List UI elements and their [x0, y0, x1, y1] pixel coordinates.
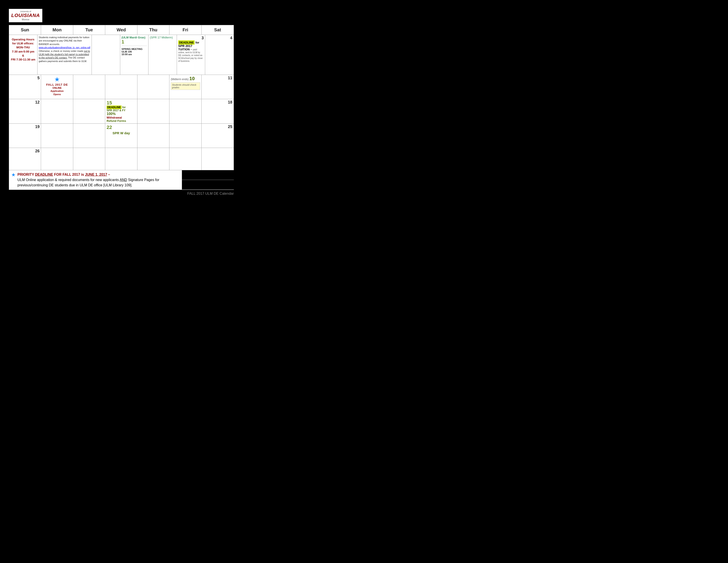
week4-sat: 25: [202, 124, 234, 148]
week2-fri: (Midterm ends) 10 Students should check …: [169, 75, 201, 99]
page-wrapper: University of LOUISIANA Monroe Sun Mon T…: [4, 4, 238, 200]
mon-note-text2: Otherwise, a check or money order made o…: [39, 50, 90, 62]
week4-fri: [169, 124, 201, 148]
header-sun: Sun: [9, 25, 41, 35]
footer-dash: –: [107, 173, 110, 176]
sun-day-12: 12: [10, 100, 39, 105]
footer-lines-right: [182, 170, 234, 190]
week5-thu: [137, 148, 169, 170]
mon-link[interactable]: www.ulm.edu/dualenrollment/how_to_pay_on…: [39, 46, 90, 49]
spr-w-day: SPR W day: [107, 131, 136, 135]
wed-day-15: 15: [107, 100, 112, 105]
week2-wed: [105, 75, 137, 99]
week1-mon: Students making individual payments for …: [38, 35, 92, 75]
footer-line-1: [182, 170, 234, 180]
thu-midterm-label: (SPR 17 Midterm): [150, 36, 175, 39]
wed-day-1: 1: [122, 39, 124, 45]
week1-tue: [92, 35, 120, 75]
footer-deadline-label: DEADLINE: [35, 173, 53, 176]
grades-box: Students should check grades: [171, 82, 200, 90]
week5-tue: [73, 148, 105, 170]
week3-thu: [137, 99, 169, 123]
fri-tuition-label: TUITION: [178, 48, 190, 51]
week2-tue: [73, 75, 105, 99]
week-5: 26: [9, 148, 234, 170]
footer-for-fall: FOR FALL 2017 is: [53, 173, 85, 176]
header-wed: Wed: [105, 25, 137, 35]
week3-fri: [169, 99, 201, 123]
week4-tue: [73, 124, 105, 148]
week-3: 12 15 DEADLINE forSPR 2017 & FY100% With…: [9, 99, 234, 124]
logo: University of LOUISIANA Monroe: [9, 9, 42, 22]
midterm-ends-label: (Midterm ends): [171, 78, 189, 81]
footer-row: ★ PRIORITY DEADLINE FOR FALL 2017 is JUN…: [9, 170, 234, 190]
wed-15-row: 15: [107, 100, 136, 106]
fri-day-10: 10: [189, 76, 195, 81]
week1-fri: 3 DEADLINE for SPR 2017 TUITION – paid o…: [177, 35, 205, 75]
week5-sun: 26: [9, 148, 41, 170]
header-tue: Tue: [73, 25, 105, 35]
header-fri: Fri: [169, 25, 201, 35]
sat-day-18: 18: [203, 100, 232, 105]
op-hours-text: Operating Hoursfor ULM offices:MON-THU7:…: [11, 38, 36, 61]
week3-sun: 12: [9, 99, 41, 123]
week3-mon: [41, 99, 73, 123]
week2-mon: ★ FALL 2017 DE ONLINEApplicationOpens: [41, 75, 73, 99]
priority-label: PRIORITY: [17, 173, 35, 176]
footer-line-2: [182, 180, 234, 190]
logo-monroe-text: Monroe: [11, 18, 40, 21]
wed-15-content: DEADLINE forSPR 2017 & FY100% Withdrawal…: [107, 106, 136, 122]
star-icon: ★: [42, 76, 71, 83]
sat-day-11: 11: [203, 76, 232, 80]
week5-mon: [41, 148, 73, 170]
midterm-ends-row: (Midterm ends) 10: [171, 76, 200, 81]
week1-thu: (SPR 17 Midterm): [148, 35, 177, 75]
week3-sat: 18: [202, 99, 234, 123]
fri-spr-title: SPR 2017: [178, 44, 192, 48]
week3-tue: [73, 99, 105, 123]
wed-deadline-label: DEADLINE: [107, 105, 121, 109]
logo-university-text: University of: [11, 10, 40, 13]
sun-day-26: 26: [10, 149, 39, 153]
sun-day-19: 19: [10, 124, 39, 129]
footer-star-icon: ★: [11, 172, 16, 178]
withdrawal-label: Withdrawal: [107, 116, 122, 119]
week3-wed: 15 DEADLINE forSPR 2017 & FY100% Withdra…: [105, 99, 137, 123]
sat-day-25: 25: [203, 124, 232, 129]
week2-sat: 11: [202, 75, 234, 99]
week4-sun: 19: [9, 124, 41, 148]
week-2: 5 ★ FALL 2017 DE ONLINEApplicationOpens …: [9, 75, 234, 99]
week4-mon: [41, 124, 73, 148]
week2-thu: [137, 75, 169, 99]
header-thu: Thu: [137, 25, 169, 35]
mon-note: Students making individual payments for …: [39, 36, 90, 63]
week4-thu: [137, 124, 169, 148]
page-label: FALL 2017 ULM DE Calendar: [9, 190, 234, 195]
week-4: 19 22 SPR W day 25: [9, 124, 234, 148]
week1-wed: (ULM Mardi Gras) 1 SPRING MEETINGULIB 10…: [120, 35, 149, 75]
wed-day-22: 22: [107, 124, 112, 130]
footer-body: ULM Online application & required docume…: [17, 178, 159, 187]
week5-sat: [202, 148, 234, 170]
sep1: [122, 46, 147, 46]
refund-forms-label: Refund Forms: [107, 119, 126, 122]
week4-wed: 22 SPR W day: [105, 124, 137, 148]
mon-note-text1: Students making individual payments for …: [39, 36, 90, 45]
week5-fri: [169, 148, 201, 170]
fri-deadline-content: DEADLINE for SPR 2017 TUITION – paid onl…: [178, 41, 204, 62]
operating-hours: Operating Hoursfor ULM offices:MON-THU7:…: [10, 36, 36, 62]
sun-day-5: 5: [10, 76, 39, 80]
fall-de-title: FALL 2017 DE: [42, 83, 71, 86]
week2-sun: 5: [9, 75, 41, 99]
footer-notice: ★ PRIORITY DEADLINE FOR FALL 2017 is JUN…: [9, 170, 182, 190]
week1-sat: 4: [205, 35, 234, 75]
footer-text-block: PRIORITY DEADLINE FOR FALL 2017 is JUNE …: [17, 172, 180, 188]
fall-de-sub: ONLINEApplicationOpens: [42, 86, 71, 96]
calendar-header: Sun Mon Tue Wed Thu Fri Sat: [9, 25, 234, 35]
footer-june-date: JUNE 1, 2017: [85, 173, 107, 176]
week5-wed: [105, 148, 137, 170]
header-sat: Sat: [202, 25, 234, 35]
header-mon: Mon: [41, 25, 73, 35]
logo-louisiana-text: LOUISIANA: [11, 13, 40, 18]
sat-day-4: 4: [206, 36, 232, 40]
